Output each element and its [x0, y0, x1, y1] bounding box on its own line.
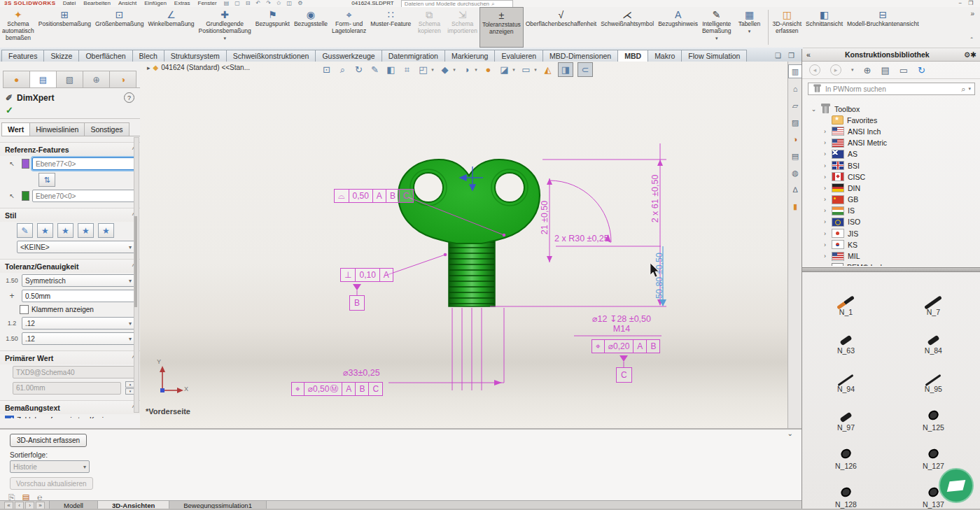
commandmanager-tab[interactable]: MBD	[617, 50, 648, 62]
section-toleranz[interactable]: Toleranz/Genauigkeit ^	[0, 259, 140, 273]
headsup-icon[interactable]: ↻	[353, 64, 365, 75]
quick-access-icon[interactable]: ↶	[255, 0, 260, 6]
tree-item[interactable]: Favorites	[802, 115, 980, 126]
expand-icon[interactable]: ›	[822, 230, 828, 237]
library-part-thumbnail[interactable]: N_63	[802, 318, 890, 356]
ribbon-button[interactable]: ◫ 3D-Ansicht erfassen	[771, 7, 804, 48]
viewport-split-icon[interactable]: ❐	[788, 52, 794, 59]
quick-access-icon[interactable]: ⊟	[246, 0, 251, 6]
ribbon-button[interactable]: ✎ Intelligente Bemaßung ▾	[700, 7, 734, 48]
library-part-thumbnail[interactable]: N_125	[890, 395, 977, 433]
style-delete-button[interactable]: ★	[57, 223, 74, 238]
task-pane-tab-icon[interactable]: ◍	[789, 167, 802, 179]
tab-scroll-icon[interactable]: »	[36, 502, 45, 509]
menu-item[interactable]: Datei	[63, 0, 76, 6]
tab-sonstiges[interactable]: Sonstiges	[84, 122, 129, 136]
menu-item[interactable]: Extras	[174, 0, 190, 6]
tolerance-type-select[interactable]: Symmetrisch ▾	[22, 274, 135, 287]
tree-item[interactable]: ⌄ Toolbox	[802, 103, 980, 114]
task-pane-tab-icon[interactable]: ▮	[789, 200, 802, 213]
klammern-checkbox[interactable]	[20, 305, 29, 314]
viewport-split-icon[interactable]: ❏	[775, 52, 781, 59]
tree-item[interactable]: › AS	[802, 148, 980, 160]
style-save-button[interactable]: ★	[78, 223, 94, 238]
dimension-m14[interactable]: M14	[580, 324, 664, 334]
quick-access-icon[interactable]: ↷	[266, 0, 271, 6]
menu-item[interactable]: Einfügen	[144, 0, 167, 6]
headsup-icon[interactable]: ◰	[417, 64, 429, 75]
task-pane-tab-icon[interactable]: ▱	[789, 99, 802, 112]
headsup-icon[interactable]: ◭	[542, 64, 554, 75]
fcf-perpendicularity[interactable]: ⊥ 0,10 A	[340, 268, 393, 282]
menu-item[interactable]: Ansicht	[118, 0, 136, 6]
task-pane-tab-icon[interactable]: ⌂	[789, 83, 802, 95]
commandmanager-tab[interactable]: Markierung	[444, 50, 496, 62]
tree-item[interactable]: › ANSI Inch	[802, 126, 980, 137]
quick-access-icon[interactable]: ⚙	[298, 0, 302, 6]
section-bemassungstext[interactable]: Bemaßungstext ^	[0, 400, 140, 414]
ribbon-button[interactable]: ⧉ Schema kopieren	[413, 7, 445, 48]
tree-item[interactable]: › IS	[802, 205, 980, 216]
collapse-panel-icon[interactable]: ⌄	[788, 430, 793, 437]
tab-scroll-icon[interactable]: ›	[25, 502, 34, 509]
global-search-input[interactable]: Dateien und Modelle durchsuchen ⌕	[401, 0, 513, 7]
manager-tab[interactable]: ▧	[56, 71, 83, 87]
ribbon-button[interactable]: ◧ Schnittansicht	[804, 7, 845, 48]
tree-item[interactable]: › CISC	[802, 171, 980, 183]
tab-scroll-icon[interactable]: ‹	[15, 502, 24, 509]
dimension-d33[interactable]: ⌀33±0,25	[343, 367, 380, 378]
fcf-position-shaft[interactable]: ⌖ ⌀0,50Ⓜ A B C	[291, 382, 383, 396]
commandmanager-tab[interactable]: Makro	[648, 50, 682, 62]
feature-tree-flyout[interactable]: ▸ ◆ 041624 (Standard) <<Stan...	[147, 64, 250, 71]
ribbon-button[interactable]: ∷ Muster-Feature	[368, 7, 413, 48]
ribbon-button[interactable]: ⌖ Form- und Lagetoleranz	[330, 7, 368, 48]
library-part-thumbnail[interactable]: N_127	[890, 433, 977, 472]
menu-item[interactable]: Fenster	[198, 0, 217, 6]
style-select[interactable]: <KEINE> ▾	[17, 241, 135, 253]
capture-3d-view-button[interactable]: 3D-Ansicht erfassen	[10, 434, 87, 447]
tree-item[interactable]: › PEM® Inch	[802, 262, 980, 266]
ribbon-button[interactable]: ⊡ Größenbemaßung	[93, 7, 146, 48]
back-icon[interactable]: ◂	[809, 64, 820, 76]
headsup-icon[interactable]: ◧	[385, 64, 397, 75]
ribbon-button[interactable]: ⋌ Schweißnahtsymbol	[598, 7, 656, 48]
expand-icon[interactable]: ›	[822, 218, 828, 225]
expand-icon[interactable]: ›	[822, 150, 828, 157]
quick-access-icon[interactable]: ▢	[234, 0, 240, 6]
headsup-icon[interactable]: ⊡	[321, 64, 332, 75]
datum-feature-b[interactable]: B	[349, 295, 365, 311]
headsup-icon[interactable]: ◆	[439, 64, 451, 75]
panel-splitter[interactable]	[802, 267, 980, 272]
library-search-input[interactable]: In PWNorm suchen ⌕ ▾	[808, 83, 975, 95]
ribbon-button[interactable]: ▦ Tabellen ▾	[734, 7, 766, 48]
ok-button[interactable]: ✓	[0, 104, 140, 119]
sort-order-select[interactable]: Historie ▾	[10, 460, 90, 473]
library-part-thumbnail[interactable]: N_1	[802, 279, 890, 318]
ribbon-button[interactable]: ⚑ Bezugspunkt	[253, 7, 292, 48]
headsup-icon[interactable]: ◑	[461, 64, 472, 75]
library-part-thumbnail[interactable]: N_95	[890, 356, 977, 395]
window-control-icon[interactable]: ❐	[968, 0, 973, 6]
window-control-icon[interactable]: −	[958, 0, 962, 6]
tree-item[interactable]: › JIS	[802, 228, 980, 239]
tree-item[interactable]: › KS	[802, 239, 980, 250]
forward-icon[interactable]: ▸	[830, 64, 841, 76]
headsup-icon[interactable]: ⌕	[337, 64, 349, 76]
headsup-icon[interactable]: ▾	[452, 67, 456, 73]
ribbon-collapse-icon[interactable]: ˆ	[970, 37, 974, 45]
expand-icon[interactable]: ›	[822, 241, 828, 248]
manager-tab[interactable]: ⊕	[83, 71, 110, 87]
tree-item[interactable]: › ANSI Metric	[802, 137, 980, 148]
quick-access-icon[interactable]: ◫	[287, 0, 293, 6]
commandmanager-tab[interactable]: Oberflächen	[78, 50, 132, 62]
fcf-position-hole[interactable]: ⌖ ⌀0,20 A B	[592, 339, 660, 353]
tab-scroll-icon[interactable]: «	[4, 502, 13, 509]
tree-item[interactable]: › GB	[802, 194, 980, 205]
ribbon-more-icon[interactable]: »	[970, 10, 974, 17]
task-pane-tab-icon[interactable]: ◑	[789, 133, 802, 146]
ribbon-button[interactable]: √ Oberflächenbeschaffenheit	[524, 7, 598, 48]
style-add-button[interactable]: ★	[37, 223, 53, 238]
task-pane-tab-icon[interactable]: ▤	[789, 150, 802, 162]
dimension-2x61[interactable]: 2 x 61 ±0,50	[650, 164, 660, 234]
fcf-surface-profile[interactable]: ⌓ 0,50 A B C	[334, 189, 414, 203]
